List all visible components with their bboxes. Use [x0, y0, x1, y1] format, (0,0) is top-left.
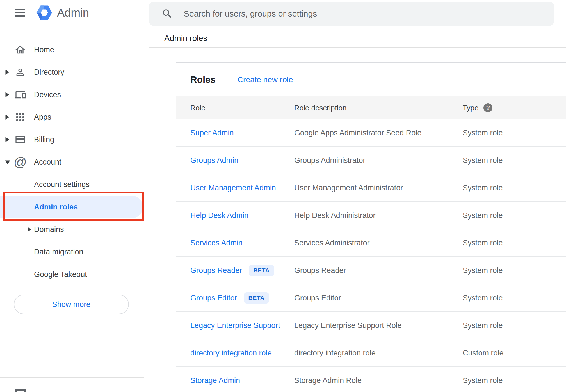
apps-grid-icon — [15, 111, 26, 123]
sidebar-item-label: Devices — [34, 90, 61, 99]
role-type: System role — [463, 211, 566, 220]
sidebar-item-label: Home — [34, 45, 54, 54]
role-type: Custom role — [463, 349, 566, 357]
roles-title: Roles — [190, 74, 216, 85]
table-row: Services Admin Services Administrator Sy… — [176, 229, 566, 257]
sidebar-item-devices[interactable]: Devices — [0, 83, 149, 106]
role-description: Storage Admin Role — [294, 376, 463, 385]
role-link[interactable]: Groups Reader — [190, 266, 242, 275]
devices-icon — [15, 89, 26, 100]
role-description: Services Administrator — [294, 239, 463, 247]
sidebar-item-admin-roles[interactable]: Admin roles — [0, 196, 149, 218]
sidebar-item-account-settings[interactable]: Account settings — [0, 173, 149, 196]
create-new-role-link[interactable]: Create new role — [238, 75, 293, 84]
column-header-role: Role — [190, 104, 294, 112]
home-icon — [15, 44, 26, 55]
search-bar — [149, 2, 554, 26]
hamburger-icon — [15, 9, 25, 10]
breadcrumb-divider — [149, 47, 566, 48]
role-description: Google Apps Administrator Seed Role — [294, 129, 463, 137]
column-header-role-description: Role description — [294, 104, 463, 112]
role-link[interactable]: Groups Admin — [190, 156, 238, 165]
sidebar-item-label: Directory — [34, 68, 64, 77]
role-link[interactable]: directory integration role — [190, 349, 272, 357]
hamburger-menu-button[interactable] — [15, 9, 25, 17]
sidebar-item-label: Domains — [34, 225, 64, 234]
role-description: Help Desk Administrator — [294, 211, 463, 220]
role-description: User Management Administrator — [294, 184, 463, 192]
role-description: Legacy Enterprise Support Role — [294, 321, 463, 330]
role-type: System role — [463, 266, 566, 275]
search-input[interactable] — [184, 9, 546, 19]
role-type: System role — [463, 156, 566, 165]
google-admin-console: Admin Admin roles Home Directory Devices… — [0, 0, 566, 392]
sidebar-item-account[interactable]: @ Account — [0, 151, 149, 173]
role-link[interactable]: Help Desk Admin — [190, 211, 248, 220]
column-header-type: Type — [463, 104, 478, 112]
at-sign-icon: @ — [15, 156, 26, 168]
table-row: Help Desk Admin Help Desk Administrator … — [176, 202, 566, 229]
table-row: Legacy Enterprise Support Legacy Enterpr… — [176, 312, 566, 339]
role-link[interactable]: User Management Admin — [190, 184, 276, 192]
app-name: Admin — [57, 6, 89, 19]
sidebar-item-billing[interactable]: Billing — [0, 128, 149, 151]
sidebar-nav: Home Directory Devices Apps Billing @ Ac… — [0, 38, 149, 286]
role-description: directory integration role — [294, 349, 463, 357]
roles-card: Roles Create new role Role Role descript… — [176, 62, 566, 392]
role-link[interactable]: Legacy Enterprise Support — [190, 321, 280, 330]
role-type: System role — [463, 239, 566, 247]
sidebar-item-domains[interactable]: Domains — [0, 218, 149, 241]
sidebar-item-label: Google Takeout — [34, 270, 87, 279]
roles-card-header: Roles Create new role — [176, 63, 566, 96]
person-icon — [15, 67, 26, 78]
sidebar-item-label: Admin roles — [34, 203, 78, 211]
table-row: directory integration role directory int… — [176, 339, 566, 367]
table-row: Super Admin Google Apps Administrator Se… — [176, 119, 566, 147]
sidebar-item-google-takeout[interactable]: Google Takeout — [0, 263, 149, 286]
sidebar-item-home[interactable]: Home — [0, 38, 149, 61]
role-description: Groups Editor — [294, 294, 463, 302]
sidebar-item-label: Billing — [34, 135, 54, 144]
google-admin-logo-icon — [36, 4, 53, 21]
help-icon[interactable]: ? — [483, 103, 492, 112]
role-link[interactable]: Services Admin — [190, 239, 243, 247]
role-type: System role — [463, 321, 566, 330]
expand-arrow-icon[interactable] — [5, 137, 10, 142]
show-more-button[interactable]: Show more — [14, 295, 129, 314]
sidebar-item-label: Account settings — [34, 180, 90, 189]
sidebar-item-apps[interactable]: Apps — [0, 106, 149, 128]
expand-arrow-icon[interactable] — [5, 115, 10, 120]
expand-arrow-icon[interactable] — [5, 92, 10, 97]
role-link[interactable]: Storage Admin — [190, 376, 240, 385]
sidebar-item-directory[interactable]: Directory — [0, 61, 149, 83]
search-icon — [161, 8, 173, 20]
role-type: System role — [463, 294, 566, 302]
beta-badge: BETA — [244, 292, 269, 304]
role-link[interactable]: Super Admin — [190, 129, 234, 137]
table-row: Groups Reader BETA Groups Reader System … — [176, 257, 566, 284]
role-type: System role — [463, 376, 566, 385]
sidebar-item-label: Data migration — [34, 248, 83, 256]
role-description: Groups Reader — [294, 266, 463, 275]
beta-badge: BETA — [249, 265, 274, 276]
sidebar-divider — [0, 377, 144, 378]
table-row: Storage Admin Storage Admin Role System … — [176, 367, 566, 392]
sidebar-item-label: Account — [34, 158, 61, 167]
role-type: System role — [463, 184, 566, 192]
expand-arrow-icon[interactable] — [5, 70, 10, 75]
collapse-arrow-icon[interactable] — [5, 159, 10, 165]
sidebar-item-data-migration[interactable]: Data migration — [0, 241, 149, 263]
expand-arrow-icon[interactable] — [27, 227, 32, 232]
partially-visible-icon — [15, 389, 26, 392]
role-type: System role — [463, 129, 566, 137]
credit-card-icon — [15, 134, 26, 145]
table-header-row: Role Role description Type ? — [176, 96, 566, 119]
role-link[interactable]: Groups Editor — [190, 294, 237, 302]
table-row: User Management Admin User Management Ad… — [176, 174, 566, 202]
sidebar-item-label: Apps — [34, 113, 51, 122]
table-row: Groups Editor BETA Groups Editor System … — [176, 284, 566, 312]
table-row: Groups Admin Groups Administrator System… — [176, 147, 566, 174]
role-description: Groups Administrator — [294, 156, 463, 165]
breadcrumb: Admin roles — [164, 34, 207, 43]
